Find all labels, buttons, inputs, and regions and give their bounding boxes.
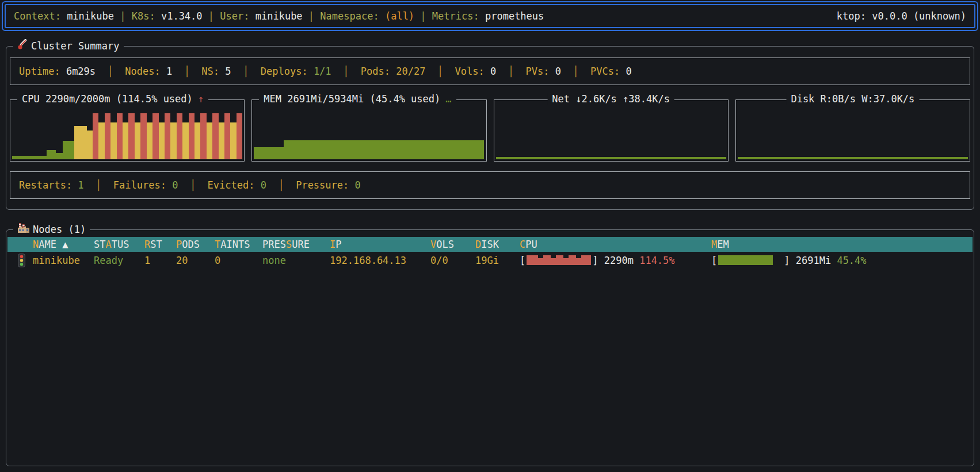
node-cell-icon	[12, 254, 33, 267]
nodes-title: Nodes (1)	[33, 224, 86, 235]
mem-chart-panel: MEM 2691Mi/5934Mi (45.4% used)…	[251, 99, 486, 162]
node-cell-mem: [] 2691Mi 45.4%	[711, 255, 973, 266]
separator: |	[114, 10, 132, 22]
column-header-pressure[interactable]: PRESSURE	[262, 239, 330, 250]
stat-value: 1/1	[314, 66, 331, 77]
chart-bar	[237, 113, 242, 159]
column-header-name[interactable]: NAME ▲	[33, 239, 94, 250]
stat-value: 0	[490, 66, 496, 77]
disk-value: 19Gi	[475, 255, 499, 266]
separator: │	[331, 66, 361, 77]
chart-bar	[177, 113, 182, 159]
hotkey-letter: I	[330, 239, 335, 250]
status-value: v1.34.0	[161, 10, 203, 22]
chart-bar	[159, 122, 165, 159]
hotkey-letter: P	[176, 239, 182, 250]
mem-usage-fill	[718, 255, 773, 265]
meter-close-bracket: ]	[784, 255, 795, 266]
chart-bar	[152, 113, 158, 159]
mem-value: 2691Mi	[796, 255, 837, 266]
cpu-percent: 114.5%	[639, 255, 674, 266]
trend-up-icon: ↑	[198, 93, 204, 105]
status-value: minikube	[67, 10, 114, 22]
chart-bar	[212, 113, 218, 159]
status-value: (all)	[385, 10, 414, 22]
meter-open-bracket: [	[520, 255, 525, 266]
hotkey-letter: A	[105, 239, 111, 250]
status-value: prometheus	[485, 10, 544, 22]
chart-bar	[110, 122, 116, 159]
cpu-chart-title: CPU 2290m/2000m (114.5% used)↑	[17, 93, 208, 105]
taints-value: 0	[215, 255, 220, 266]
chart-bar	[738, 157, 968, 159]
chart-bar	[74, 126, 87, 159]
hotkey-letter: D	[475, 239, 481, 250]
stat-value: 6m29s	[66, 66, 96, 77]
node-cell-rst: 1	[144, 255, 176, 266]
hotkey-letter: T	[215, 239, 220, 250]
separator: |	[414, 10, 432, 22]
chart-bar	[207, 122, 212, 159]
chart-bar	[63, 141, 74, 159]
mem-chart	[254, 113, 484, 159]
column-header-pods[interactable]: PODS	[176, 239, 215, 250]
stat-value: 0	[355, 179, 361, 191]
separator: │	[231, 66, 261, 77]
hotkey-letter: V	[430, 239, 436, 250]
separator: │	[496, 66, 525, 77]
status-label: K8s:	[132, 10, 161, 22]
net-chart-title: Net ↓2.6K/s ↑38.4K/s	[547, 93, 674, 105]
separator: │	[96, 66, 125, 77]
column-header-status[interactable]: STATUS	[94, 239, 144, 250]
node-cell-disk: 19Gi	[475, 255, 520, 266]
separator: │	[178, 179, 207, 191]
column-header-taints[interactable]: TAINTS	[215, 239, 262, 250]
vols-value: 0/0	[430, 255, 448, 266]
nodes-header: Nodes (1)	[13, 222, 90, 236]
disk-chart-title: Disk R:0B/s W:37.0K/s	[786, 93, 919, 105]
column-header-cpu[interactable]: CPU	[520, 239, 711, 250]
column-header-ip[interactable]: IP	[330, 239, 430, 250]
cpu-chart-panel: CPU 2290m/2000m (114.5% used)↑	[10, 99, 245, 162]
rst-value: 1	[144, 255, 150, 266]
chart-bar	[182, 122, 188, 159]
topbar-status: Context: minikube | K8s: v1.34.0 | User:…	[14, 10, 544, 22]
separator: |	[203, 10, 220, 22]
node-row[interactable]: minikubeReady1200none192.168.64.130/019G…	[7, 252, 973, 268]
stat-label: PVs:	[525, 66, 555, 77]
stat-value: 0	[261, 179, 266, 191]
stat-label: Vols:	[455, 66, 490, 77]
summary-counters-bar: Restarts: 1 │ Failures: 0 │ Evicted: 0 │…	[10, 171, 970, 199]
column-header-rst[interactable]: RST	[144, 239, 176, 250]
stat-label: Pressure:	[296, 179, 354, 191]
chart-bar	[170, 122, 176, 159]
hotkey-letter: R	[144, 239, 150, 250]
separator: |	[303, 10, 321, 22]
topbar: Context: minikube | K8s: v1.34.0 | User:…	[2, 1, 978, 31]
cluster-summary-title: Cluster Summary	[31, 40, 120, 52]
cpu-chart-title-text: CPU 2290m/2000m (114.5% used)	[22, 93, 193, 105]
node-cell-status: Ready	[94, 255, 144, 266]
disk-chart	[738, 113, 968, 159]
ellipsis-icon: …	[445, 93, 451, 105]
chart-bar	[147, 122, 152, 159]
pressure-value: none	[262, 255, 286, 266]
chart-bar	[165, 113, 170, 159]
node-cell-cpu: [] 2290m 114.5%	[520, 255, 711, 266]
stat-label: Nodes:	[125, 66, 166, 77]
chart-bar	[200, 113, 206, 159]
stat-value: 0	[626, 66, 631, 77]
column-header-disk[interactable]: DISK	[475, 239, 520, 250]
column-header-mem[interactable]: MEM	[711, 239, 973, 250]
column-header-vols[interactable]: VOLS	[430, 239, 475, 250]
hotkey-letter: M	[711, 239, 717, 250]
chart-bar	[284, 140, 484, 159]
chart-bar	[254, 147, 284, 159]
stat-value: 0	[555, 66, 561, 77]
cluster-summary-section: Cluster Summary Uptime: 6m29s │ Nodes: 1…	[6, 46, 974, 210]
thermometer-icon	[17, 39, 28, 52]
node-cell-pressure: none	[262, 255, 330, 266]
chart-bar	[56, 153, 63, 159]
chart-bar	[117, 113, 123, 159]
separator: │	[172, 66, 201, 77]
